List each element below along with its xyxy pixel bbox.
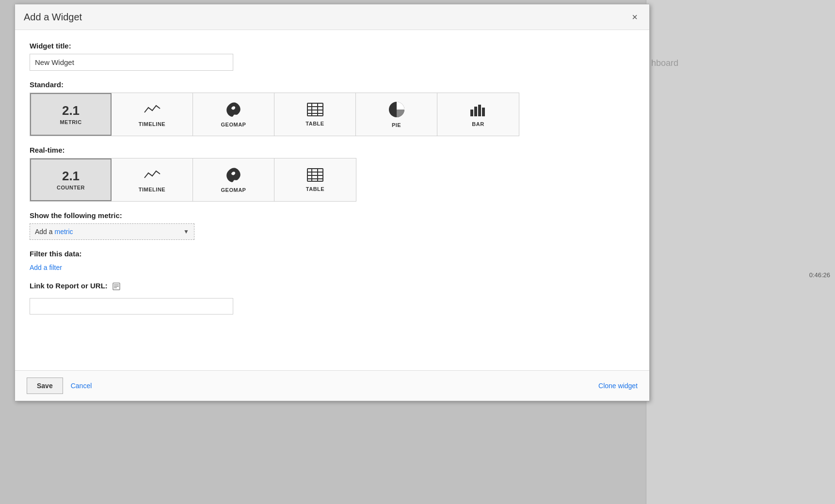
- metric-icon: 2.1: [62, 104, 80, 117]
- standard-table-option[interactable]: TABLE: [274, 93, 356, 136]
- add-filter-link[interactable]: Add a filter: [30, 264, 62, 271]
- realtime-widget-grid: 2.1 COUNTER TIMELINE: [30, 158, 356, 202]
- counter-icon: 2.1: [62, 169, 80, 183]
- dialog-footer: Save Cancel Clone widget: [15, 370, 649, 401]
- standard-table-label: TABLE: [305, 121, 324, 126]
- bar-icon: [469, 102, 487, 119]
- widget-title-label: Widget title:: [30, 42, 635, 50]
- realtime-label: Real-time:: [30, 146, 635, 154]
- realtime-timeline-label: TIMELINE: [139, 187, 165, 192]
- url-input[interactable]: [30, 298, 233, 315]
- timestamp: 0:46:26: [809, 271, 830, 279]
- realtime-counter-label: COUNTER: [57, 185, 85, 190]
- standard-widget-grid: 2.1 METRIC TIMELINE: [30, 93, 519, 136]
- svg-rect-8: [474, 107, 477, 116]
- standard-timeline-option[interactable]: TIMELINE: [112, 93, 193, 136]
- save-button[interactable]: Save: [27, 378, 63, 394]
- realtime-geomap-option[interactable]: GEOMAP: [193, 158, 274, 201]
- timeline-icon: [144, 102, 161, 119]
- clone-widget-link[interactable]: Clone widget: [598, 382, 638, 390]
- realtime-table-option[interactable]: TABLE: [274, 158, 356, 201]
- standard-section: Standard: 2.1 METRIC TIMELINE: [30, 80, 635, 136]
- add-widget-dialog: Add a Widget × Widget title: Standard: 2…: [15, 4, 650, 401]
- metric-section: Show the following metric: Add a metric …: [30, 211, 635, 240]
- link-report-icon: [112, 283, 120, 290]
- svg-rect-7: [470, 110, 473, 116]
- svg-rect-10: [482, 108, 485, 116]
- dialog-body: Widget title: Standard: 2.1 METRIC: [15, 30, 649, 370]
- metric-section-label: Show the following metric:: [30, 211, 635, 220]
- svg-rect-9: [478, 105, 481, 116]
- filter-label: Filter this data:: [30, 250, 635, 258]
- standard-bar-option[interactable]: BAR: [437, 93, 519, 136]
- standard-metric-option[interactable]: 2.1 METRIC: [30, 93, 112, 136]
- realtime-timeline-option[interactable]: TIMELINE: [112, 158, 193, 201]
- standard-timeline-label: TIMELINE: [139, 121, 165, 127]
- svg-rect-19: [114, 286, 119, 287]
- realtime-counter-option[interactable]: 2.1 COUNTER: [30, 158, 112, 201]
- right-panel-text: hboard: [651, 58, 678, 68]
- svg-rect-18: [114, 284, 119, 285]
- metric-dropdown[interactable]: Add a metric ▼: [30, 223, 194, 240]
- dialog-title: Add a Widget: [24, 12, 82, 23]
- standard-geomap-option[interactable]: GEOMAP: [193, 93, 274, 136]
- standard-label: Standard:: [30, 80, 635, 89]
- add-metric-text: Add a metric: [35, 228, 73, 236]
- svg-rect-20: [114, 287, 117, 288]
- footer-left: Save Cancel: [27, 378, 92, 394]
- geomap-icon: [225, 102, 243, 120]
- filter-section: Filter this data: Add a filter: [30, 250, 635, 272]
- table-icon: [307, 103, 323, 119]
- standard-pie-label: PIE: [392, 122, 401, 128]
- realtime-section: Real-time: 2.1 COUNTER TIMELI: [30, 146, 635, 202]
- standard-metric-label: METRIC: [60, 119, 81, 125]
- right-panel: hboard 0:46:26: [646, 0, 835, 504]
- link-label: Link to Report or URL:: [30, 282, 635, 290]
- realtime-geomap-icon: [225, 167, 243, 185]
- standard-pie-option[interactable]: PIE: [356, 93, 437, 136]
- standard-bar-label: BAR: [472, 121, 484, 127]
- cancel-link[interactable]: Cancel: [71, 382, 92, 390]
- pie-icon: [388, 101, 405, 120]
- realtime-table-icon: [307, 168, 323, 184]
- dropdown-arrow-icon: ▼: [183, 228, 189, 235]
- metric-link: metric: [54, 228, 73, 236]
- standard-geomap-label: GEOMAP: [221, 122, 246, 127]
- widget-title-section: Widget title:: [30, 42, 635, 71]
- link-section: Link to Report or URL:: [30, 282, 635, 315]
- realtime-geomap-label: GEOMAP: [221, 187, 246, 193]
- widget-title-input[interactable]: [30, 54, 233, 71]
- realtime-timeline-icon: [144, 168, 161, 185]
- close-button[interactable]: ×: [629, 11, 641, 23]
- realtime-table-label: TABLE: [306, 186, 324, 192]
- dialog-header: Add a Widget ×: [15, 4, 649, 30]
